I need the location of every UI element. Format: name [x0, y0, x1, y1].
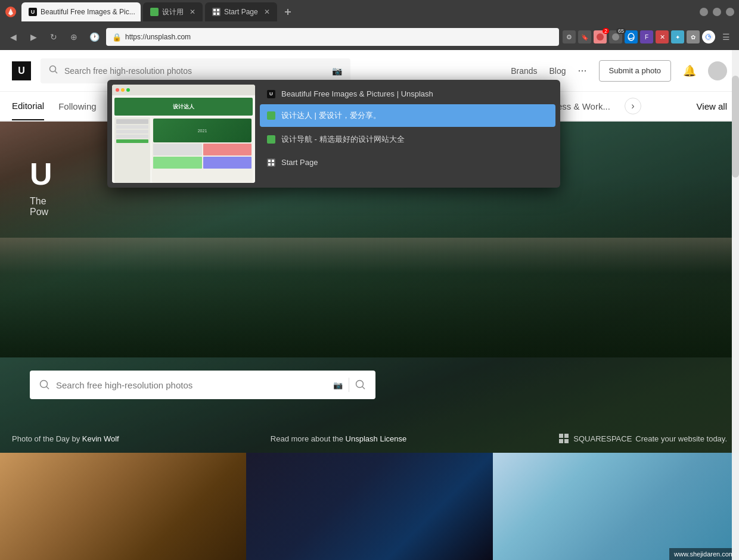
- ext-icon-6[interactable]: ✕: [656, 30, 669, 43]
- svg-rect-23: [268, 163, 271, 166]
- svg-rect-21: [268, 160, 271, 162]
- tab-switcher-item-shejidaoyou[interactable]: 设计导航 - 精选最好的设计网站大全: [260, 128, 555, 151]
- tab-switcher-header-item[interactable]: U Beautiful Free Images & Pictures | Uns…: [260, 85, 555, 103]
- maximize-button[interactable]: [713, 8, 721, 16]
- forward-button[interactable]: ▶: [25, 29, 42, 45]
- tab-switcher-popup: 设计达人: [107, 80, 560, 188]
- shejidaren-label: 设计达人 | 爱设计，爱分享。: [281, 110, 381, 121]
- svg-rect-24: [272, 163, 274, 166]
- svg-rect-1: [213, 9, 216, 11]
- address-bar[interactable]: 🔒 https://unsplash.com: [106, 28, 559, 46]
- preview-image: 设计达人: [112, 85, 255, 183]
- ext-icon-google[interactable]: [702, 30, 715, 43]
- address-text: https://unsplash.com: [125, 33, 191, 41]
- ext-icon-2[interactable]: 2: [594, 30, 607, 43]
- history-button[interactable]: 🕐: [86, 29, 103, 45]
- ext-edge-icon[interactable]: [625, 30, 638, 43]
- tab-preview-thumbnail: 设计达人: [112, 85, 255, 183]
- context-overlay: 设计达人: [0, 50, 739, 560]
- svg-rect-2: [217, 9, 219, 11]
- start-page-icon: [267, 158, 275, 167]
- title-bar: U Beautiful Free Images & Pic... ✕ 设计用 ✕…: [0, 0, 739, 24]
- home-button[interactable]: ⊕: [66, 29, 82, 45]
- start-page-label: Start Page: [281, 158, 318, 167]
- tab-switcher-list: U Beautiful Free Images & Pictures | Uns…: [260, 85, 555, 183]
- unsplash-list-icon: U: [267, 90, 275, 98]
- svg-point-9: [628, 33, 634, 41]
- design-tab-icon: [150, 8, 159, 16]
- browser-toolbar: ◀ ▶ ↻ ⊕ 🕐 🔒 https://unsplash.com ⚙ 🔖 2 6…: [0, 24, 739, 50]
- ext-icon-1[interactable]: ⚙: [563, 30, 576, 43]
- tab-start[interactable]: Start Page ✕: [205, 2, 277, 21]
- page-content: U 📷 Brands Blog ··· Submit a photo 🔔 Edi…: [0, 50, 739, 560]
- ext-icon-3[interactable]: 65: [609, 30, 622, 43]
- svg-rect-4: [217, 13, 219, 15]
- tab-switcher-item-shejidaren[interactable]: 设计达人 | 爱设计，爱分享。: [260, 104, 555, 127]
- shejidaren-icon: [267, 111, 275, 120]
- tab-label-design: 设计用: [162, 7, 184, 17]
- tab-close-design[interactable]: ✕: [190, 8, 195, 16]
- unsplash-tab-icon: U: [29, 8, 37, 16]
- minimize-button[interactable]: [700, 8, 708, 16]
- close-button[interactable]: [726, 8, 734, 16]
- vivaldi-icon: [5, 6, 17, 18]
- tab-unsplash[interactable]: U Beautiful Free Images & Pic... ✕: [21, 2, 141, 21]
- ext-icon-7[interactable]: ✦: [671, 30, 684, 43]
- svg-rect-22: [272, 160, 274, 162]
- toolbar-extensions: ⚙ 🔖 2 65 F ✕ ✦ ✿ ☰: [563, 29, 734, 45]
- svg-rect-3: [213, 13, 216, 15]
- browser-frame: U Beautiful Free Images & Pic... ✕ 设计用 ✕…: [0, 0, 739, 560]
- ext-icon-5[interactable]: F: [640, 30, 653, 43]
- ext-icon-bookmark[interactable]: 🔖: [578, 30, 591, 43]
- tab-design[interactable]: 设计用 ✕: [143, 2, 203, 21]
- new-tab-button[interactable]: [280, 4, 296, 20]
- shejidaoyou-icon: [267, 135, 275, 144]
- svg-point-8: [612, 33, 619, 41]
- svg-point-7: [597, 33, 604, 41]
- ext-icon-8[interactable]: ✿: [687, 30, 700, 43]
- thumb-year: 2021: [198, 129, 207, 133]
- menu-button[interactable]: ☰: [718, 29, 734, 45]
- tab-label-start: Start Page: [224, 8, 258, 16]
- lock-icon: 🔒: [112, 33, 122, 42]
- tab-label-unsplash: Beautiful Free Images & Pic...: [41, 8, 135, 16]
- tab-switcher-unsplash-label: Beautiful Free Images & Pictures | Unspl…: [281, 89, 433, 98]
- thumb-dot-red: [116, 88, 119, 92]
- shejidaoyou-label: 设计导航 - 精选最好的设计网站大全: [281, 134, 405, 145]
- reload-button[interactable]: ↻: [45, 29, 62, 45]
- tab-switcher-item-start[interactable]: Start Page: [260, 152, 555, 173]
- tab-close-start[interactable]: ✕: [264, 8, 270, 16]
- back-button[interactable]: ◀: [5, 29, 21, 45]
- thumb-dot-green: [126, 88, 130, 92]
- thumb-dot-yellow: [121, 88, 125, 92]
- start-tab-icon: [212, 8, 221, 16]
- thumb-site-title: 设计达人: [173, 103, 194, 111]
